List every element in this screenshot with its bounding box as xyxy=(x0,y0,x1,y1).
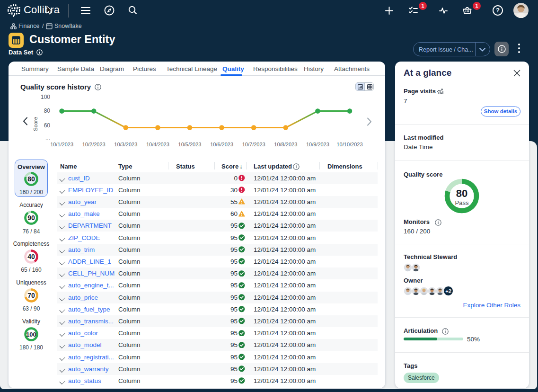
svg-text:10/4/2023: 10/4/2023 xyxy=(146,142,169,147)
svg-text:10/6/2023: 10/6/2023 xyxy=(210,142,233,147)
svg-text:...: ... xyxy=(45,135,50,142)
svg-text:80: 80 xyxy=(456,187,467,199)
svg-text:10/10/2023: 10/10/2023 xyxy=(336,142,362,147)
svg-text:10/9/2023: 10/9/2023 xyxy=(306,142,329,147)
svg-text:10/7/2023: 10/7/2023 xyxy=(242,142,265,147)
svg-text:90: 90 xyxy=(27,214,35,222)
svg-text:80: 80 xyxy=(27,175,35,183)
svg-text:Score: Score xyxy=(33,117,38,131)
svg-text:70: 70 xyxy=(27,292,35,299)
svg-text:80: 80 xyxy=(44,107,51,114)
svg-text:40: 40 xyxy=(27,253,35,260)
svg-text:100: 100 xyxy=(26,331,36,338)
svg-text:10/8/2023: 10/8/2023 xyxy=(274,142,297,147)
svg-text:Pass: Pass xyxy=(455,199,469,206)
svg-text:10/1/2023: 10/1/2023 xyxy=(50,142,73,147)
svg-text:10/5/2023: 10/5/2023 xyxy=(178,142,202,147)
svg-text:10/3/2023: 10/3/2023 xyxy=(114,142,137,147)
svg-text:10/2/2023: 10/2/2023 xyxy=(82,142,106,147)
svg-text:60: 60 xyxy=(44,122,51,129)
svg-text:100: 100 xyxy=(41,94,50,100)
